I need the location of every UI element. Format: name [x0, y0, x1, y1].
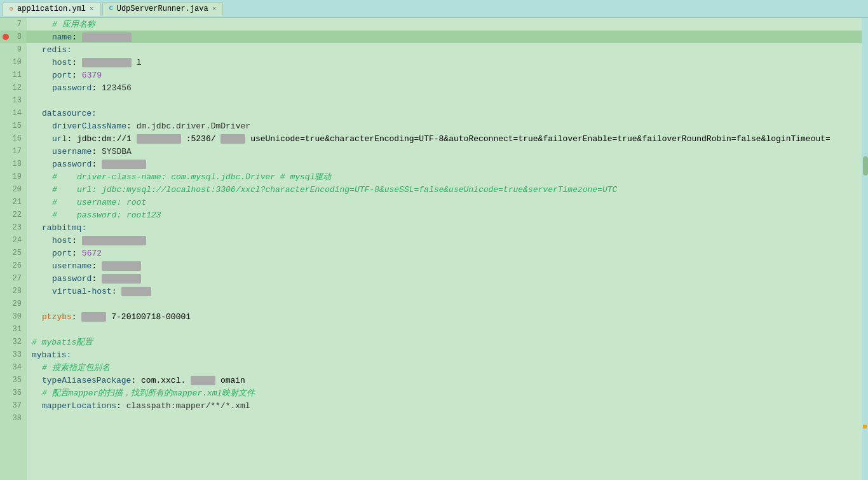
code-line-27: password:	[27, 272, 862, 285]
tab-bar: ⚙ application.yml × C UdpServerRunner.ja…	[0, 0, 868, 18]
line-num-28: 28	[0, 285, 27, 298]
code-content[interactable]: # 应用名称 name: redis: host: l	[27, 18, 862, 480]
code-line-10: host: l	[27, 56, 862, 69]
code-line-36: # 配置mapper的扫描，找到所有的mapper.xml映射文件	[27, 387, 862, 399]
code-line-8: name:	[27, 31, 862, 43]
line-num-32: 32	[0, 336, 27, 348]
line-num-24: 24	[0, 234, 27, 247]
code-line-33: mybatis:	[27, 348, 862, 361]
scroll-thumb[interactable]	[863, 156, 868, 175]
code-line-11: port: 6379	[27, 69, 862, 81]
code-line-22: # password: root123	[27, 209, 862, 221]
code-line-24: host:	[27, 234, 862, 247]
line-num-25: 25	[0, 247, 27, 259]
line-num-16: 16	[0, 132, 27, 145]
line-num-35: 35	[0, 374, 27, 387]
code-line-19: # driver-class-name: com.mysql.jdbc.Driv…	[27, 170, 862, 183]
line-num-27: 27	[0, 272, 27, 285]
line-num-37: 37	[0, 399, 27, 412]
code-line-32: # mybatis配置	[27, 336, 862, 348]
line-num-33: 33	[0, 348, 27, 361]
java-icon: C	[109, 5, 113, 12]
code-line-34: # 搜索指定包别名	[27, 361, 862, 374]
code-line-13	[27, 94, 862, 107]
code-line-21: # username: root	[27, 196, 862, 209]
code-line-12: password: 123456	[27, 81, 862, 94]
line-numbers: 7 8 9 10 11 12 13 14 15 16 17 18 19 20 2…	[0, 18, 27, 480]
line-num-30: 30	[0, 310, 27, 323]
code-line-17: username: SYSDBA	[27, 145, 862, 158]
scrollbar-right[interactable]	[862, 18, 868, 480]
code-line-29	[27, 298, 862, 310]
code-line-16: url: jdbc:dm://1 :5236/ useUnicode=true&…	[27, 132, 862, 145]
line-num-15: 15	[0, 120, 27, 132]
tab-yml[interactable]: ⚙ application.yml ×	[3, 2, 101, 16]
line-num-19: 19	[0, 170, 27, 183]
line-num-20: 20	[0, 183, 27, 196]
line-num-38: 38	[0, 412, 27, 425]
code-line-26: username:	[27, 259, 862, 272]
code-line-25: port: 5672	[27, 247, 862, 259]
line-num-31: 31	[0, 323, 27, 336]
line-num-17: 17	[0, 145, 27, 158]
code-line-15: driverClassName: dm.jdbc.driver.DmDriver	[27, 120, 862, 132]
code-line-7: # 应用名称	[27, 18, 862, 31]
tab-java-close[interactable]: ×	[212, 5, 217, 13]
line-num-23: 23	[0, 221, 27, 234]
line-num-12: 12	[0, 81, 27, 94]
code-line-18: password:	[27, 158, 862, 170]
tab-java-label: UdpServerRunner.java	[117, 4, 208, 13]
code-line-30: ptzybs: 7-20100718-00001	[27, 310, 862, 323]
line-num-18: 18	[0, 158, 27, 170]
line-num-11: 11	[0, 69, 27, 81]
code-line-20: # url: jdbc:mysql://localhost:3306/xxcl?…	[27, 183, 862, 196]
scroll-marker	[863, 425, 867, 429]
line-num-26: 26	[0, 259, 27, 272]
tab-yml-label: application.yml	[17, 4, 86, 13]
line-num-10: 10	[0, 56, 27, 69]
line-num-36: 36	[0, 387, 27, 399]
line-num-22: 22	[0, 209, 27, 221]
line-num-8: 8	[0, 31, 27, 43]
line-num-7: 7	[0, 18, 27, 31]
line-num-14: 14	[0, 107, 27, 120]
code-line-31	[27, 323, 862, 336]
line-num-9: 9	[0, 43, 27, 56]
yml-icon: ⚙	[10, 5, 13, 13]
code-line-14: datasource:	[27, 107, 862, 120]
code-line-38	[27, 412, 862, 425]
code-line-9: redis:	[27, 43, 862, 56]
code-line-37: mapperLocations: classpath:mapper/**/*.x…	[27, 399, 862, 412]
editor-area: 7 8 9 10 11 12 13 14 15 16 17 18 19 20 2…	[0, 18, 868, 480]
tab-yml-close[interactable]: ×	[90, 5, 94, 13]
code-line-35: typeAliasesPackage: com.xxcl. omain	[27, 374, 862, 387]
tab-java[interactable]: C UdpServerRunner.java ×	[102, 2, 224, 16]
line-num-29: 29	[0, 298, 27, 310]
code-line-28: virtual-host:	[27, 285, 862, 298]
code-line-23: rabbitmq:	[27, 221, 862, 234]
line-num-21: 21	[0, 196, 27, 209]
line-num-34: 34	[0, 361, 27, 374]
line-num-13: 13	[0, 94, 27, 107]
